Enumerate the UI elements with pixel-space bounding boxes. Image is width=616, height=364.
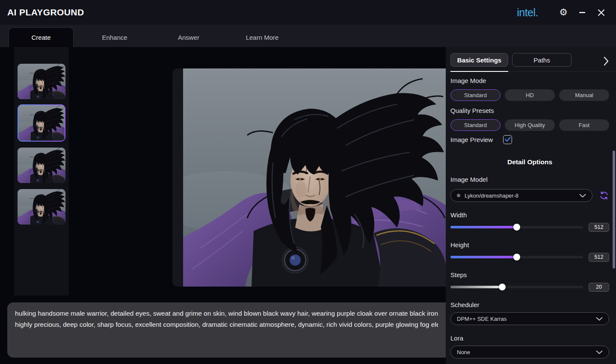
image-stage — [172, 68, 446, 287]
thumbnail-3[interactable] — [18, 148, 65, 183]
height-slider-fill — [450, 256, 517, 258]
tab-create[interactable]: Create — [9, 27, 74, 47]
settings-panel: Basic Settings Paths Image Mode Standard… — [446, 47, 616, 364]
thumbnail-4[interactable] — [18, 189, 65, 225]
panel-collapse-button[interactable] — [603, 56, 609, 68]
close-icon — [598, 9, 605, 16]
prompt-text-line2: highly precious, deep color, sharp focus… — [15, 319, 438, 330]
check-icon — [505, 137, 511, 142]
height-slider-thumb[interactable] — [513, 254, 520, 260]
settings-gear-button[interactable]: ⚙ — [557, 6, 570, 19]
app-title: AI PLAYGROUND — [7, 7, 84, 18]
steps-value[interactable]: 20 — [589, 283, 609, 292]
width-label: Width — [450, 211, 609, 219]
image-mode-options: Standard HD Manual — [450, 89, 609, 101]
chevron-right-icon — [603, 56, 609, 66]
height-value[interactable]: 512 — [589, 253, 609, 262]
minimize-icon — [579, 9, 586, 16]
height-slider-row: 512 — [450, 252, 609, 262]
steps-label: Steps — [450, 271, 609, 279]
image-preview-label: Image Preview — [450, 136, 493, 143]
lora-dropdown[interactable]: None — [450, 346, 609, 358]
active-tab-underline — [450, 71, 508, 72]
steps-slider-fill — [450, 286, 502, 288]
app-window: AI PLAYGROUND intel. ⚙ Create Enhance An… — [0, 0, 616, 364]
quality-standard[interactable]: Standard — [450, 119, 500, 131]
gear-icon: ⚙ — [559, 8, 568, 17]
thumbnail-1[interactable] — [18, 64, 65, 99]
tab-paths[interactable]: Paths — [512, 53, 572, 67]
width-slider-thumb[interactable] — [513, 224, 520, 231]
steps-slider-thumb[interactable] — [499, 284, 506, 290]
width-value[interactable]: 512 — [589, 223, 609, 232]
image-preview-row: Image Preview — [450, 135, 609, 144]
intel-logo: intel. — [517, 6, 538, 19]
steps-slider[interactable] — [450, 286, 583, 288]
thumbnail-2-selected[interactable] — [18, 104, 65, 142]
scheduler-value: DPM++ SDE Karras — [457, 316, 592, 322]
quality-presets-options: Standard High Quality Fast — [450, 119, 609, 131]
image-preview-checkbox[interactable] — [503, 135, 512, 144]
titlebar: AI PLAYGROUND intel. ⚙ — [0, 0, 616, 25]
image-model-value: Lykon/dreamshaper-8 — [465, 192, 576, 199]
height-slider[interactable] — [450, 256, 583, 258]
chevron-down-icon — [596, 350, 603, 354]
thumbnail-gallery — [14, 47, 69, 296]
settings-tabs: Basic Settings Paths — [450, 53, 609, 67]
scheduler-row: DPM++ SDE Karras — [450, 312, 609, 325]
steps-slider-row: 20 — [450, 282, 609, 292]
prompt-text-line1: hulking handsome male warrior, detailed … — [15, 308, 438, 319]
model-status-dot-icon — [457, 194, 460, 197]
image-mode-label: Image Mode — [450, 77, 609, 85]
tab-answer[interactable]: Answer — [159, 27, 219, 47]
generated-image — [183, 68, 446, 287]
chevron-down-icon — [596, 317, 603, 321]
width-slider-fill — [450, 226, 517, 228]
detail-options-title: Detail Options — [450, 158, 609, 166]
lora-row: None — [450, 346, 609, 358]
image-mode-standard[interactable]: Standard — [450, 89, 500, 101]
tab-enhance[interactable]: Enhance — [85, 27, 145, 47]
prompt-input[interactable]: hulking handsome male warrior, detailed … — [7, 302, 446, 358]
chevron-down-icon — [579, 194, 586, 198]
image-mode-hd[interactable]: HD — [505, 89, 555, 101]
image-model-dropdown[interactable]: Lykon/dreamshaper-8 — [450, 189, 592, 202]
lora-label: Lora — [450, 334, 609, 342]
width-slider-row: 512 — [450, 222, 609, 232]
height-label: Height — [450, 241, 609, 249]
scheduler-dropdown[interactable]: DPM++ SDE Karras — [450, 312, 609, 325]
image-model-label: Image Model — [450, 176, 609, 183]
quality-fast[interactable]: Fast — [559, 119, 609, 131]
scheduler-label: Scheduler — [450, 301, 609, 309]
image-mode-manual[interactable]: Manual — [559, 89, 609, 101]
quality-high[interactable]: High Quality — [505, 119, 555, 131]
image-model-row: Lykon/dreamshaper-8 — [450, 189, 609, 202]
minimize-button[interactable] — [576, 6, 589, 19]
refresh-icon — [599, 191, 609, 200]
lora-value: None — [457, 349, 592, 355]
titlebar-controls: intel. ⚙ — [517, 6, 607, 19]
main-nav: Create Enhance Answer Learn More — [0, 25, 616, 47]
close-button[interactable] — [595, 6, 607, 19]
width-slider[interactable] — [450, 226, 583, 228]
quality-presets-label: Quality Presets — [450, 107, 609, 115]
refresh-models-button[interactable] — [599, 190, 609, 201]
tab-learn-more[interactable]: Learn More — [232, 27, 292, 47]
panel-scrollbar[interactable] — [613, 151, 615, 269]
tab-basic-settings[interactable]: Basic Settings — [450, 53, 508, 67]
thumbnail-2-image — [18, 105, 65, 141]
